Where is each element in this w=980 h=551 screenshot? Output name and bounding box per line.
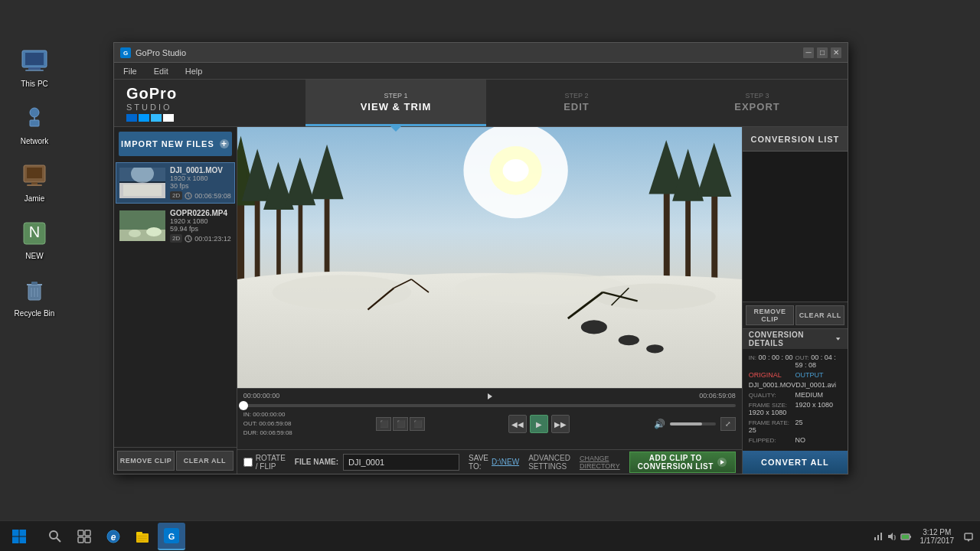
new-label: NEW bbox=[25, 252, 43, 260]
menu-file[interactable]: File bbox=[120, 65, 140, 77]
minimize-button[interactable]: ─ bbox=[803, 47, 814, 58]
volume-bar[interactable] bbox=[670, 422, 716, 425]
svg-text:): ) bbox=[894, 534, 896, 540]
this-pc-icon[interactable]: This PC bbox=[8, 46, 61, 88]
file-fps-0: 30 fps bbox=[170, 182, 231, 190]
conversion-details-header[interactable]: CONVERSION DETAILS bbox=[743, 329, 848, 349]
logo-block-3 bbox=[151, 114, 162, 122]
speed-btn-3[interactable]: ⬛ bbox=[410, 417, 425, 431]
fullscreen-button[interactable]: ⤢ bbox=[720, 417, 736, 431]
file-res-0: 1920 x 1080 bbox=[170, 174, 231, 182]
conv-remove-clip-button[interactable]: REMOVE CLIP bbox=[746, 305, 795, 325]
out-framesize: 1920 x 1080 bbox=[795, 401, 833, 409]
svg-text:N: N bbox=[29, 223, 40, 240]
windows-logo-icon bbox=[11, 529, 27, 544]
file-remove-clip-button[interactable]: REMOVE CLIP bbox=[117, 451, 175, 471]
timeline-thumb[interactable] bbox=[239, 401, 248, 410]
step1-arrow bbox=[390, 126, 402, 132]
chevron-down-icon bbox=[835, 335, 841, 343]
taskbar-gopro[interactable]: G bbox=[158, 523, 185, 550]
svg-rect-86 bbox=[138, 536, 147, 536]
file-meta-0: 2D 00:06:59:08 bbox=[170, 191, 231, 200]
file-meta-1: 2D 00:01:23:12 bbox=[170, 234, 231, 243]
filename-input[interactable] bbox=[343, 454, 459, 471]
step2-tab[interactable]: STEP 2 EDIT bbox=[486, 80, 667, 126]
taskbar: e G bbox=[0, 520, 980, 551]
recycle-bin-icon[interactable]: Recycle Bin bbox=[8, 276, 61, 318]
svg-text:e: e bbox=[111, 532, 116, 543]
svg-rect-81 bbox=[85, 537, 90, 543]
menu-edit[interactable]: Edit bbox=[151, 65, 172, 77]
rotate-checkbox-input[interactable] bbox=[243, 458, 253, 467]
step3-tab[interactable]: STEP 3 EXPORT bbox=[667, 80, 848, 126]
task-view-icon bbox=[77, 530, 91, 543]
play-button[interactable]: ▶ bbox=[530, 415, 548, 433]
svg-rect-91 bbox=[874, 537, 876, 540]
out-flipped-val: NO bbox=[795, 436, 805, 444]
speed-btn-2[interactable]: ⬛ bbox=[393, 417, 408, 431]
file-item-0[interactable]: DJI_0001.MOV 1920 x 1080 30 fps 2D 00:06… bbox=[116, 162, 235, 204]
conversion-panel: CONVERSION LIST REMOVE CLIP CLEAR ALL CO… bbox=[742, 127, 848, 474]
svg-rect-74 bbox=[12, 536, 19, 543]
svg-rect-75 bbox=[20, 536, 27, 543]
recycle-bin-label: Recycle Bin bbox=[15, 309, 55, 318]
svg-point-56 bbox=[272, 275, 411, 309]
network-icon[interactable]: Network bbox=[8, 103, 61, 145]
maximize-button[interactable]: □ bbox=[817, 47, 828, 58]
file-explorer-icon bbox=[135, 529, 150, 544]
conversion-list-content bbox=[743, 152, 848, 302]
speed-btn-1[interactable]: ⬛ bbox=[376, 417, 391, 431]
app-header: GoPro STUDIO STEP 1 VIEW & TRIM bbox=[114, 80, 848, 127]
advanced-settings-button[interactable]: ADVANCED SETTINGS bbox=[528, 454, 570, 471]
logo-gopro: GoPro bbox=[126, 85, 177, 103]
file-clear-all-button[interactable]: CLEAR ALL bbox=[176, 451, 234, 471]
taskbar-search[interactable] bbox=[41, 523, 69, 550]
timeline-bar[interactable] bbox=[243, 404, 736, 407]
svg-rect-4 bbox=[30, 120, 39, 126]
svg-marker-68 bbox=[488, 393, 492, 399]
saveto-path[interactable]: D:\NEW bbox=[492, 458, 519, 466]
orig-framerate-col: FRAME RATE: 25 bbox=[749, 419, 795, 434]
orig-framesize-col: FRAME SIZE: 1920 x 1080 bbox=[749, 401, 795, 416]
import-button[interactable]: IMPORT NEW FILES + bbox=[119, 132, 232, 156]
badge-2d-1: 2D bbox=[170, 234, 182, 243]
battery-tray-icon bbox=[900, 531, 911, 542]
video-content bbox=[237, 127, 742, 388]
new-icon[interactable]: N NEW bbox=[8, 218, 61, 260]
network-tray-icon bbox=[873, 531, 884, 542]
network-label: Network bbox=[21, 137, 49, 145]
start-button[interactable] bbox=[0, 521, 38, 552]
svg-rect-15 bbox=[31, 282, 38, 285]
rotate-checkbox[interactable]: ROTATE / FLIP bbox=[243, 454, 286, 471]
svg-rect-88 bbox=[138, 540, 144, 541]
add-to-conversion-list-button[interactable]: ADD CLIP TOCONVERSION LIST bbox=[629, 452, 736, 473]
content-area: GoPro STUDIO STEP 1 VIEW & TRIM bbox=[114, 80, 848, 474]
jamie-icon[interactable]: Jamie bbox=[8, 161, 61, 203]
logo-blocks bbox=[126, 114, 177, 122]
menu-help[interactable]: Help bbox=[182, 65, 206, 77]
close-button[interactable]: ✕ bbox=[831, 47, 841, 58]
taskbar-ie[interactable]: e bbox=[100, 523, 127, 550]
svg-rect-92 bbox=[877, 535, 879, 540]
svg-rect-87 bbox=[138, 538, 147, 539]
next-frame-button[interactable]: ▶▶ bbox=[551, 415, 570, 433]
file-item-1[interactable]: GOPR0226.MP4 1920 x 1080 59.94 fps 2D 00… bbox=[116, 205, 235, 246]
change-directory-button[interactable]: CHANGE DIRECTORY bbox=[580, 455, 620, 470]
svg-marker-71 bbox=[836, 337, 841, 341]
original-label: ORIGINAL bbox=[749, 371, 782, 379]
conv-clear-all-button[interactable]: CLEAR ALL bbox=[795, 305, 844, 325]
taskbar-apps: e G bbox=[38, 523, 867, 550]
svg-rect-78 bbox=[78, 530, 83, 536]
svg-point-66 bbox=[618, 335, 639, 346]
taskbar-task-view[interactable] bbox=[70, 523, 98, 550]
time-labels: 00:00:00:00 00:06:59:08 bbox=[243, 392, 736, 401]
conv-details-body: IN: 00 : 00 : 00 OUT: 00 : 04 : 59 : 08 bbox=[743, 349, 848, 451]
quality-row: QUALITY: MEDIUM bbox=[749, 391, 841, 399]
prev-frame-button[interactable]: ◀◀ bbox=[508, 415, 527, 433]
video-viewport bbox=[237, 127, 742, 388]
convert-all-button[interactable]: CONVERT ALL bbox=[743, 451, 848, 474]
step1-tab[interactable]: STEP 1 VIEW & TRIM bbox=[305, 80, 486, 126]
svg-rect-2 bbox=[28, 67, 41, 70]
taskbar-explorer[interactable] bbox=[129, 523, 156, 550]
taskbar-clock[interactable]: 3:12 PM 1/17/2017 bbox=[914, 528, 961, 545]
